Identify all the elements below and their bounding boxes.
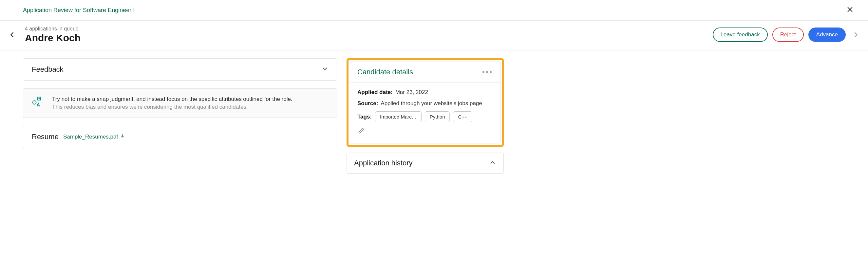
candidate-details-panel: Candidate details Applied date: Mar 23, … [350,62,500,144]
source-value: Applied through your website's jobs page [381,100,482,107]
application-history-panel: Application history [346,153,504,174]
resume-file-link[interactable]: Sample_Resumes.pdf [63,134,125,141]
svg-marker-5 [37,103,39,106]
svg-point-2 [33,100,36,104]
chevron-up-icon [489,159,496,167]
next-candidate-button[interactable] [850,29,862,40]
dot-icon [483,71,485,73]
leave-feedback-button[interactable]: Leave feedback [713,28,768,42]
tip-primary-text: Try not to make a snap judgment, and ins… [52,96,292,102]
tag-chip[interactable]: C++ [453,111,472,122]
bias-tip-panel: Try not to make a snap judgment, and ins… [23,88,337,118]
reject-button[interactable]: Reject [772,28,804,42]
details-title: Candidate details [358,68,413,76]
tag-chip[interactable]: Imported Marc… [375,111,422,122]
chevron-down-icon [321,65,329,74]
download-icon [120,134,125,141]
history-title: Application history [354,159,413,167]
details-highlight-frame: Candidate details Applied date: Mar 23, … [346,58,504,147]
pencil-icon [358,127,365,134]
dot-icon [486,71,488,73]
tag-chip[interactable]: Python [425,111,450,122]
page-title: Application Review for Software Engineer… [23,7,135,14]
history-toggle[interactable]: Application history [347,153,503,173]
edit-tags-button[interactable] [358,127,493,136]
prev-candidate-button[interactable] [6,29,18,40]
applied-date-value: Mar 23, 2022 [395,89,428,96]
resume-panel: Resume Sample_Resumes.pdf [23,126,337,148]
close-icon [846,6,854,13]
svg-rect-4 [39,98,40,99]
advance-button[interactable]: Advance [808,28,846,42]
details-more-button[interactable] [481,70,493,74]
shapes-icon [32,96,43,109]
applied-date-label: Applied date: [358,89,393,96]
resume-filename: Sample_Resumes.pdf [63,134,118,140]
chevron-left-icon [8,31,16,38]
dot-icon [490,71,492,73]
feedback-toggle[interactable]: Feedback [23,59,337,80]
candidate-name: Andre Koch [25,32,81,43]
close-button[interactable] [845,5,855,16]
tip-secondary-text: This reduces bias and ensures we're cons… [52,104,292,111]
chevron-right-icon [852,31,860,38]
resume-title: Resume [32,133,59,141]
queue-count: 4 applications in queue [25,26,81,32]
feedback-title: Feedback [32,65,64,74]
feedback-panel: Feedback [23,58,337,81]
tags-label: Tags: [358,114,372,120]
source-label: Source: [358,100,378,107]
